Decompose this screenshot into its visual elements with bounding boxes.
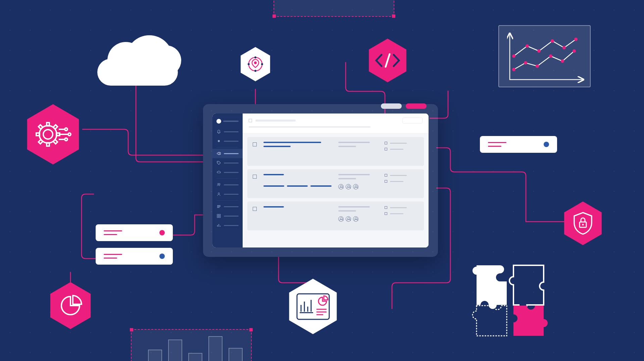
svg-point-34	[562, 46, 566, 49]
sidebar-item-dot[interactable]	[212, 136, 243, 146]
tag-icon	[216, 161, 221, 165]
sidebar-item-lines[interactable]	[212, 202, 243, 211]
svg-rect-4	[229, 348, 242, 361]
svg-point-35	[574, 38, 578, 41]
svg-rect-1	[168, 340, 182, 361]
svg-rect-12	[53, 140, 58, 144]
sidebar-item-megaphone[interactable]	[212, 149, 243, 158]
svg-point-46	[582, 224, 584, 226]
sidebar-item-users[interactable]	[212, 180, 243, 189]
svg-rect-3	[209, 336, 222, 361]
central-dashboard	[203, 104, 438, 257]
svg-point-48	[218, 162, 218, 163]
location-target-icon	[246, 55, 265, 74]
line-chart-panel	[498, 25, 591, 87]
users-icon	[216, 182, 221, 187]
svg-point-29	[573, 49, 576, 53]
server-card-right	[480, 136, 557, 153]
megaphone-icon	[216, 151, 221, 156]
server-card-left-1	[96, 224, 173, 241]
shield-lock-icon	[572, 211, 594, 235]
list-card[interactable]	[247, 169, 424, 198]
row-checkbox[interactable]	[253, 175, 257, 179]
svg-point-17	[65, 138, 67, 141]
gear-hex	[23, 104, 83, 165]
svg-point-28	[561, 59, 564, 63]
svg-rect-52	[217, 214, 218, 216]
pill-light	[381, 103, 402, 109]
server-card-left-2	[96, 248, 173, 265]
sidebar-item-bars[interactable]	[212, 221, 243, 230]
svg-rect-8	[47, 143, 49, 146]
svg-rect-9	[36, 133, 40, 136]
svg-rect-13	[39, 140, 43, 144]
header-subtitle-placeholder	[249, 126, 370, 128]
security-hex	[561, 201, 605, 245]
dashed-chart-panel-top	[274, 0, 394, 17]
svg-point-30	[512, 54, 515, 58]
svg-rect-7	[47, 123, 49, 126]
sidebar-item-bell[interactable]	[212, 127, 243, 136]
pill-pink	[406, 103, 427, 109]
svg-point-51	[218, 193, 219, 194]
svg-point-21	[254, 70, 256, 72]
dashed-bar-panel-bottom	[131, 329, 252, 361]
sidebar-item-user[interactable]	[212, 189, 243, 199]
location-hex	[238, 47, 273, 81]
svg-rect-55	[219, 216, 220, 218]
dot-icon	[216, 139, 221, 143]
svg-rect-0	[148, 350, 162, 361]
svg-point-50	[219, 183, 220, 185]
svg-point-32	[537, 49, 541, 53]
lines-icon	[216, 204, 221, 209]
svg-point-22	[248, 63, 250, 65]
svg-point-33	[551, 39, 554, 43]
dashboard-list	[243, 134, 429, 247]
svg-point-31	[526, 44, 529, 48]
puzzle-integrations-icon	[470, 259, 554, 344]
row-checkbox[interactable]	[253, 142, 257, 146]
pie-chart-icon	[59, 294, 82, 317]
code-brackets-icon	[374, 52, 401, 69]
svg-point-16	[68, 133, 71, 136]
list-card[interactable]	[247, 137, 424, 166]
ghost-bars-icon	[132, 330, 252, 361]
cloud-small-icon	[216, 170, 221, 175]
svg-point-20	[254, 56, 256, 58]
svg-point-5	[43, 130, 53, 139]
header-checkbox[interactable]	[249, 119, 252, 122]
svg-point-26	[536, 64, 539, 68]
dashboard-main	[243, 114, 429, 247]
svg-rect-36	[297, 294, 329, 319]
svg-point-27	[549, 54, 552, 58]
user-icon	[216, 192, 221, 196]
dashboard-header	[243, 114, 429, 134]
sidebar-logo	[212, 118, 243, 127]
sidebar-item-grid[interactable]	[212, 211, 243, 221]
list-card[interactable]	[247, 201, 424, 230]
svg-point-47	[218, 140, 220, 142]
header-action-button[interactable]	[402, 118, 423, 124]
bars-icon	[216, 223, 221, 228]
dashboard-sidebar	[212, 114, 243, 247]
pie-hex	[47, 282, 94, 329]
sidebar-item-tag[interactable]	[212, 158, 243, 168]
svg-point-25	[524, 61, 527, 64]
svg-point-15	[65, 128, 67, 131]
sidebar-item-cloud[interactable]	[212, 168, 243, 177]
row-checkbox[interactable]	[253, 207, 257, 211]
svg-point-49	[217, 183, 219, 185]
svg-rect-11	[39, 125, 43, 129]
dashboard-analytics-icon	[296, 293, 330, 320]
svg-point-23	[261, 63, 263, 65]
gear-settings-icon	[35, 119, 71, 149]
line-chart-icon	[507, 33, 584, 83]
grid-icon	[216, 214, 221, 218]
svg-rect-14	[53, 125, 58, 129]
analytics-hex	[285, 279, 341, 334]
svg-rect-54	[217, 216, 218, 218]
cloud-icon	[97, 35, 178, 86]
svg-rect-2	[189, 353, 202, 361]
code-hex	[366, 39, 409, 82]
svg-point-19	[254, 61, 257, 64]
